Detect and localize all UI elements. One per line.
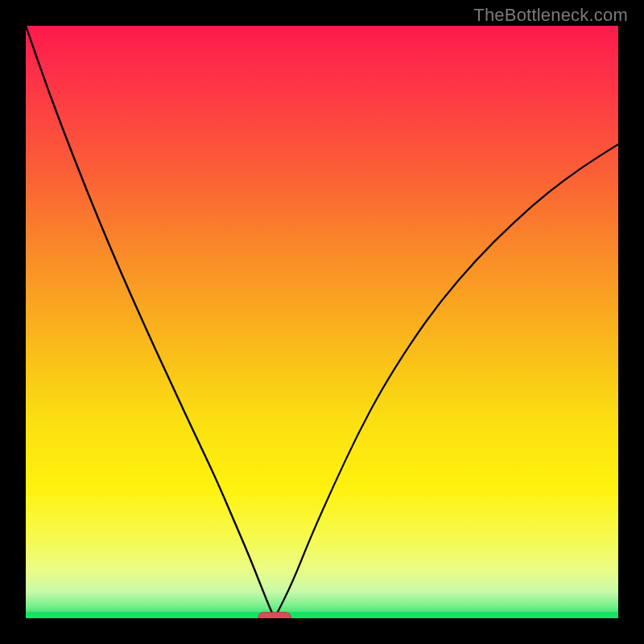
svg-rect-0 <box>26 612 618 618</box>
green-baseline-band <box>26 612 618 618</box>
minimum-marker <box>258 613 291 618</box>
gradient-background <box>26 26 618 618</box>
bottleneck-chart <box>26 26 618 618</box>
chart-frame <box>26 26 618 618</box>
watermark-text: TheBottleneck.com <box>473 5 628 26</box>
